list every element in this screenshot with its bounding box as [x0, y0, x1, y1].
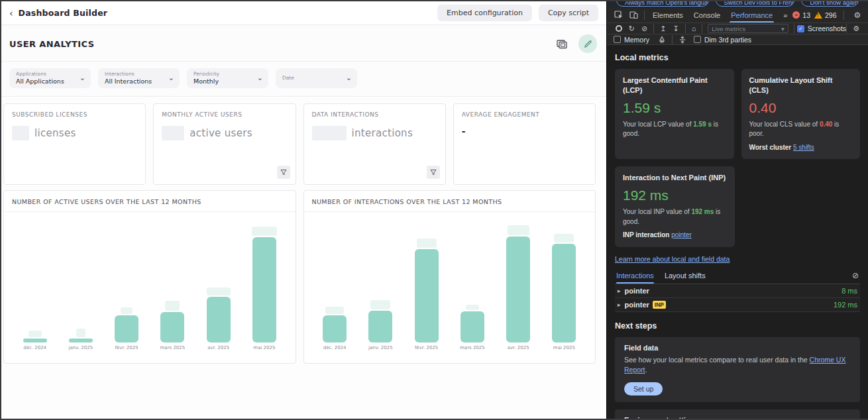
load-profile-icon[interactable]: ↥ [657, 25, 669, 33]
interaction-duration: 192 ms [834, 301, 857, 309]
inp-description: Your local INP value of 192 ms is good. [623, 207, 727, 227]
error-count-badge[interactable]: ×13 [792, 11, 810, 19]
local-metrics-heading: Local metrics [615, 53, 860, 62]
reload-and-record-icon[interactable]: ↻ [625, 25, 638, 33]
bar-group[interactable]: févr. 2025 [404, 216, 448, 350]
bar[interactable] [368, 311, 392, 342]
charts-row: NUMBER OF ACTIVE USERS OVER THE LAST 12 … [1, 185, 606, 364]
disclosure-icon[interactable]: ▸ [618, 301, 621, 308]
filter-date[interactable]: Date ⌄ [276, 68, 357, 88]
tab-console[interactable]: Console [688, 7, 726, 23]
bar-group[interactable]: janv. 2025 [358, 216, 402, 350]
edit-button[interactable] [578, 34, 597, 53]
kpi-filter-button[interactable] [277, 166, 290, 179]
shifts-link[interactable]: 5 shifts [793, 144, 814, 151]
live-metrics-label: Live metrics [712, 25, 745, 32]
save-profile-icon[interactable]: ↧ [669, 25, 682, 33]
kpi-unit: active users [190, 127, 252, 139]
tab-interactions-log[interactable]: Interactions [616, 272, 654, 280]
bar-group[interactable]: déc. 2024 [313, 216, 356, 350]
section-header: USER ANALYTICS [1, 25, 606, 62]
environment-settings-title: Environment settings [624, 416, 851, 419]
bar[interactable] [23, 339, 47, 342]
bar-overlay-cap [28, 331, 42, 337]
filter-periodicity[interactable]: PeriodicityMonthly ⌄ [187, 68, 268, 88]
isolate-icon[interactable] [675, 34, 690, 44]
x-axis-label: mai 2025 [553, 345, 575, 350]
bar[interactable] [115, 315, 138, 342]
bar-group[interactable]: janv. 2025 [59, 216, 103, 350]
screenshots-checkbox[interactable]: ✓ [797, 25, 804, 32]
interaction-row[interactable]: ▸ pointer INP 192 ms [615, 298, 860, 312]
set-up-button[interactable]: Set up [624, 382, 663, 395]
bar[interactable] [252, 237, 276, 342]
bar-group[interactable]: mars 2025 [451, 216, 494, 350]
redacted-value [312, 126, 347, 140]
capture-settings-gear-icon[interactable]: ⚙ [849, 25, 863, 33]
clear-icon[interactable]: ⊘ [638, 25, 651, 33]
bar-group[interactable]: avr. 2025 [496, 216, 540, 350]
bar[interactable] [461, 311, 484, 342]
infobar-pill-switch[interactable]: Switch DevTools to French [716, 1, 795, 7]
bar[interactable] [207, 297, 231, 342]
bar-overlay-cap [325, 307, 344, 314]
settings-gear-icon[interactable]: ⚙ [851, 11, 865, 20]
bar[interactable] [323, 315, 347, 342]
filter-applications[interactable]: ApplicationsAll Applications ⌄ [9, 68, 91, 88]
inp-interaction: INP interaction pointer [623, 231, 727, 240]
dim-3rd-parties-checkbox[interactable] [694, 36, 701, 43]
home-icon[interactable]: ⌂ [688, 25, 700, 32]
collect-garbage-icon[interactable] [655, 34, 669, 44]
filter-interactions[interactable]: InteractionsAll Interactions ⌄ [98, 68, 180, 88]
embed-configuration-button[interactable]: Embed configuration [437, 5, 532, 21]
error-icon: × [792, 11, 800, 19]
bar[interactable] [415, 249, 439, 342]
interaction-row[interactable]: ▸ pointer 8 ms [615, 284, 860, 298]
interaction-name: pointer [625, 301, 649, 309]
dashboard-builder-app: ‹ Dashboard Builder Embed configuration … [1, 1, 606, 419]
more-tabs-icon[interactable]: » [778, 7, 792, 23]
pointer-link[interactable]: pointer [671, 231, 692, 238]
bar-overlay-cap [508, 225, 529, 235]
tab-elements[interactable]: Elements [647, 7, 688, 23]
x-axis-label: févr. 2025 [115, 345, 138, 350]
infobar-pill-dismiss[interactable]: Don't show again [801, 1, 859, 7]
bar[interactable] [506, 236, 530, 342]
bar-group[interactable]: févr. 2025 [105, 216, 148, 350]
kpi-unit: interactions [352, 127, 413, 139]
bar-overlay-cap [165, 301, 180, 311]
clear-log-icon[interactable]: ⊘ [852, 271, 859, 280]
bar-group[interactable]: mars 2025 [150, 216, 194, 350]
bar-group[interactable]: avr. 2025 [196, 216, 240, 350]
inp-card: Interaction to Next Paint (INP) 192 ms Y… [615, 166, 735, 246]
inspect-element-icon[interactable] [611, 7, 626, 23]
field-data-description: See how your local metrics compare to re… [624, 355, 851, 376]
kpi-filter-button[interactable] [427, 166, 440, 179]
warning-icon: ! [814, 12, 822, 19]
bar-group[interactable]: déc. 2024 [13, 216, 56, 350]
memory-checkbox[interactable] [614, 36, 621, 43]
bar[interactable] [69, 339, 93, 342]
present-mode-icon[interactable] [555, 36, 569, 51]
infobar-pill-language[interactable]: Always match Opera's language [616, 1, 709, 7]
device-toolbar-icon[interactable] [626, 7, 641, 23]
bar-group[interactable]: mai 2025 [542, 216, 586, 350]
tab-layout-shifts[interactable]: Layout shifts [665, 272, 706, 280]
tab-performance[interactable]: Performance [726, 7, 778, 23]
copy-script-button[interactable]: Copy script [539, 5, 598, 21]
redacted-value [12, 126, 29, 140]
bar[interactable] [552, 244, 576, 342]
funnel-icon [280, 169, 287, 176]
back-icon[interactable]: ‹ [9, 8, 13, 19]
live-metrics-select[interactable]: Live metrics▾ [708, 24, 788, 33]
kpi-average-engagement: AVERAGE ENGAGEMENT - [453, 103, 596, 185]
record-icon[interactable] [616, 25, 622, 32]
bar[interactable] [160, 312, 184, 342]
bar-chart-interactions: déc. 2024janv. 2025févr. 2025mars 2025av… [304, 212, 596, 353]
warning-count-badge[interactable]: !296 [814, 11, 837, 19]
environment-settings-card: Environment settings Use the device tool… [615, 409, 860, 419]
bar-group[interactable]: mai 2025 [243, 216, 286, 350]
learn-more-link[interactable]: Learn more about local and field data [615, 255, 730, 263]
disclosure-icon[interactable]: ▸ [618, 288, 621, 294]
inp-value: 192 ms [623, 187, 727, 203]
